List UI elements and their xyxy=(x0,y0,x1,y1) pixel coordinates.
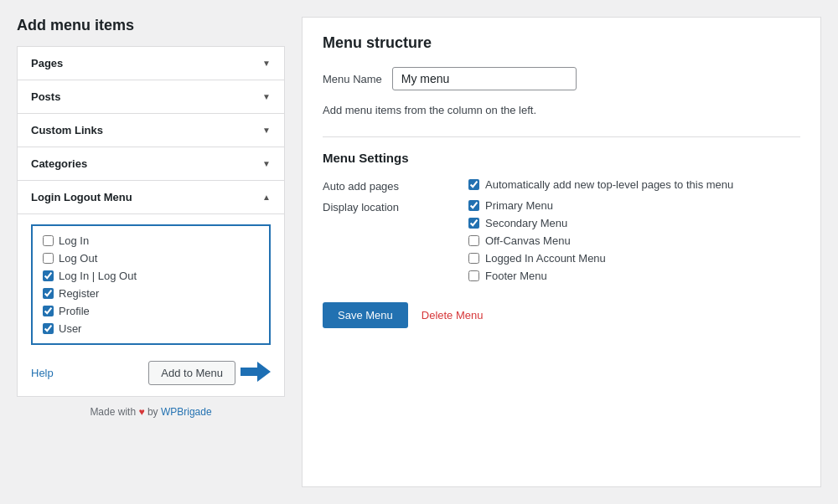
log-out-item[interactable]: Log Out xyxy=(43,252,259,265)
footer-menu-checkbox[interactable] xyxy=(468,270,479,281)
log-out-label: Log Out xyxy=(59,252,97,265)
custom-links-accordion-header[interactable]: Custom Links ▼ xyxy=(18,114,284,147)
log-in-log-out-checkbox[interactable] xyxy=(43,270,54,281)
profile-label: Profile xyxy=(59,305,90,317)
login-logout-chevron: ▲ xyxy=(262,193,271,202)
pages-accordion-header[interactable]: Pages ▼ xyxy=(18,47,284,80)
display-location-label: Display location xyxy=(323,199,448,282)
right-panel: Menu structure Menu Name Add menu items … xyxy=(302,17,821,487)
auto-add-option[interactable]: Automatically add new top-level pages to… xyxy=(468,178,733,191)
auto-add-checkbox[interactable] xyxy=(468,179,479,190)
custom-links-accordion: Custom Links ▼ xyxy=(17,113,285,147)
primary-menu-option[interactable]: Primary Menu xyxy=(468,199,606,212)
posts-label: Posts xyxy=(31,90,60,103)
menu-name-label: Menu Name xyxy=(323,73,382,85)
off-canvas-menu-checkbox[interactable] xyxy=(468,235,479,246)
logged-in-account-menu-option[interactable]: Logged In Account Menu xyxy=(468,252,606,265)
log-out-checkbox[interactable] xyxy=(43,253,54,264)
categories-chevron: ▼ xyxy=(262,159,271,168)
profile-checkbox[interactable] xyxy=(43,306,54,316)
delete-menu-link[interactable]: Delete Menu xyxy=(422,309,484,321)
menu-structure-title: Menu structure xyxy=(323,34,800,52)
wpbrigade-link[interactable]: WPBrigade xyxy=(161,406,212,418)
display-location-options: Primary Menu Secondary Menu Off-Canvas M… xyxy=(468,199,606,282)
left-panel: Add menu items Pages ▼ Posts ▼ Custom Li… xyxy=(17,17,285,487)
categories-label: Categories xyxy=(31,157,87,170)
login-logout-accordion: Login Logout Menu ▲ Log In Log Out xyxy=(17,180,285,397)
log-in-log-out-item[interactable]: Log In | Log Out xyxy=(43,270,259,282)
menu-settings-title: Menu Settings xyxy=(323,151,800,165)
log-in-label: Log In xyxy=(59,234,89,247)
auto-add-row: Auto add pages Automatically add new top… xyxy=(323,178,800,193)
user-label: User xyxy=(59,322,81,335)
user-checkbox[interactable] xyxy=(43,323,54,334)
logged-in-account-menu-label: Logged In Account Menu xyxy=(485,252,606,265)
heart-icon: ♥ xyxy=(138,406,144,418)
add-to-menu-button[interactable]: Add to Menu xyxy=(148,361,235,385)
add-menu-items-title: Add menu items xyxy=(17,17,285,34)
pages-chevron: ▼ xyxy=(262,59,271,68)
blue-arrow-icon xyxy=(241,360,271,386)
user-item[interactable]: User xyxy=(43,322,259,335)
add-items-hint: Add menu items from the column on the le… xyxy=(323,104,800,116)
made-with-footer: Made with ♥ by WPBrigade xyxy=(17,406,285,418)
categories-accordion: Categories ▼ xyxy=(17,147,285,181)
login-logout-checkbox-list: Log In Log Out Log In | Log Out xyxy=(31,224,271,345)
footer-menu-label: Footer Menu xyxy=(485,270,547,282)
help-link[interactable]: Help xyxy=(31,367,54,379)
categories-accordion-header[interactable]: Categories ▼ xyxy=(18,147,284,180)
custom-links-chevron: ▼ xyxy=(262,126,271,135)
auto-add-option-label: Automatically add new top-level pages to… xyxy=(485,178,733,191)
register-checkbox[interactable] xyxy=(43,288,54,299)
login-logout-body: Log In Log Out Log In | Log Out xyxy=(18,213,284,396)
off-canvas-menu-label: Off-Canvas Menu xyxy=(485,234,571,247)
display-location-row: Display location Primary Menu Secondary … xyxy=(323,199,800,282)
save-menu-button[interactable]: Save Menu xyxy=(323,302,408,328)
footer-menu-option[interactable]: Footer Menu xyxy=(468,270,606,282)
actions-row: Save Menu Delete Menu xyxy=(323,302,800,328)
auto-add-label: Auto add pages xyxy=(323,178,448,193)
primary-menu-checkbox[interactable] xyxy=(468,200,479,211)
made-with-text: Made with xyxy=(90,406,136,418)
posts-chevron: ▼ xyxy=(262,92,271,101)
menu-name-input[interactable] xyxy=(392,67,577,90)
register-item[interactable]: Register xyxy=(43,287,259,300)
log-in-item[interactable]: Log In xyxy=(43,234,259,247)
login-logout-label: Login Logout Menu xyxy=(31,191,132,203)
log-in-log-out-label: Log In | Log Out xyxy=(59,270,137,282)
custom-links-label: Custom Links xyxy=(31,124,103,136)
login-logout-accordion-header[interactable]: Login Logout Menu ▲ xyxy=(18,181,284,213)
made-with-by: by xyxy=(147,406,158,418)
log-in-checkbox[interactable] xyxy=(43,235,54,246)
profile-item[interactable]: Profile xyxy=(43,305,259,317)
secondary-menu-label: Secondary Menu xyxy=(485,217,567,229)
svg-marker-0 xyxy=(241,362,271,382)
posts-accordion: Posts ▼ xyxy=(17,80,285,114)
pages-label: Pages xyxy=(31,57,63,69)
pages-accordion: Pages ▼ xyxy=(17,46,285,80)
secondary-menu-option[interactable]: Secondary Menu xyxy=(468,217,606,229)
secondary-menu-checkbox[interactable] xyxy=(468,218,479,229)
accordion-footer: Help Add to Menu xyxy=(31,353,271,386)
divider xyxy=(323,136,800,137)
menu-name-row: Menu Name xyxy=(323,67,800,90)
primary-menu-label: Primary Menu xyxy=(485,199,553,212)
add-to-menu-area: Add to Menu xyxy=(148,360,271,386)
auto-add-options: Automatically add new top-level pages to… xyxy=(468,178,733,193)
logged-in-account-menu-checkbox[interactable] xyxy=(468,253,479,264)
off-canvas-menu-option[interactable]: Off-Canvas Menu xyxy=(468,234,606,247)
posts-accordion-header[interactable]: Posts ▼ xyxy=(18,80,284,113)
register-label: Register xyxy=(59,287,99,300)
